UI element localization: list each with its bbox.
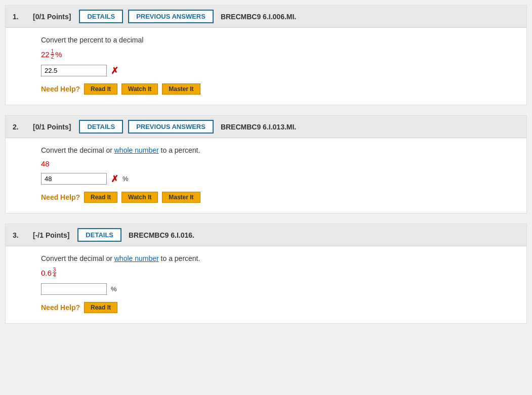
points-label-2: [0/1 Points] — [33, 123, 71, 131]
question-code-1: BRECMBC9 6.I.006.MI. — [221, 13, 296, 21]
need-help-row-1: Need Help? Read It Watch It Master It — [41, 83, 516, 95]
points-label-3: [-/1 Points] — [33, 231, 69, 239]
master-it-button-2[interactable]: Master It — [162, 192, 200, 203]
read-it-button-1[interactable]: Read It — [84, 83, 117, 95]
watch-it-button-2[interactable]: Watch It — [121, 192, 158, 203]
answer-input-3[interactable] — [41, 283, 107, 295]
question-text-2: Convert the decimal or whole number to a… — [41, 146, 516, 154]
question-block-3: 3. [-/1 Points] DETAILS BRECMBC9 6.I.016… — [5, 224, 527, 324]
question-body-1: Convert the percent to a decimal 2212% ✗… — [6, 28, 526, 105]
need-help-row-3: Need Help? Read It — [41, 302, 516, 313]
details-button-2[interactable]: DETAILS — [79, 120, 123, 134]
question-number-2: 2. — [13, 123, 28, 131]
answer-row-1: ✗ — [41, 65, 516, 76]
need-help-row-2: Need Help? Read It Watch It Master It — [41, 192, 516, 203]
answer-input-2[interactable] — [41, 173, 107, 185]
details-button-1[interactable]: DETAILS — [79, 10, 123, 23]
need-help-label-3: Need Help? — [41, 303, 80, 312]
math-expression-1: 2212% — [41, 49, 516, 60]
answer-row-3: % — [41, 283, 516, 295]
question-block-2: 2. [0/1 Points] DETAILS PREVIOUS ANSWERS… — [5, 115, 527, 213]
question-header-3: 3. [-/1 Points] DETAILS BRECMBC9 6.I.016… — [6, 224, 526, 246]
percent-label-2: % — [122, 175, 129, 183]
question-number-3: 3. — [13, 231, 28, 239]
whole-number-link-2: whole number — [114, 146, 159, 154]
points-label-1: [0/1 Points] — [33, 13, 71, 21]
question-number-1: 1. — [13, 13, 28, 21]
wrong-mark-1: ✗ — [111, 65, 118, 76]
watch-it-button-1[interactable]: Watch It — [121, 83, 158, 95]
math-expression-2: 48 — [41, 159, 516, 168]
wrong-mark-2: ✗ — [111, 173, 118, 185]
answer-input-1[interactable] — [41, 65, 107, 76]
math-expression-3: 0.634 — [41, 268, 516, 278]
details-button-3[interactable]: DETAILS — [77, 228, 121, 242]
whole-number-link-3: whole number — [114, 254, 159, 262]
percent-label-3: % — [111, 285, 117, 293]
answer-row-2: ✗ % — [41, 173, 516, 185]
page-container: 1. [0/1 Points] DETAILS PREVIOUS ANSWERS… — [0, 0, 532, 339]
prev-answers-button-2[interactable]: PREVIOUS ANSWERS — [128, 120, 214, 134]
question-block-1: 1. [0/1 Points] DETAILS PREVIOUS ANSWERS… — [5, 5, 527, 105]
question-code-2: BRECMBC9 6.I.013.MI. — [221, 123, 296, 131]
question-body-2: Convert the decimal or whole number to a… — [6, 138, 526, 213]
question-text-1: Convert the percent to a decimal — [41, 36, 516, 44]
question-body-3: Convert the decimal or whole number to a… — [6, 246, 526, 323]
read-it-button-2[interactable]: Read It — [84, 192, 117, 203]
question-text-3: Convert the decimal or whole number to a… — [41, 254, 516, 262]
read-it-button-3[interactable]: Read It — [84, 302, 117, 313]
question-code-3: BRECMBC9 6.I.016. — [129, 231, 194, 239]
question-header-1: 1. [0/1 Points] DETAILS PREVIOUS ANSWERS… — [6, 6, 526, 28]
prev-answers-button-1[interactable]: PREVIOUS ANSWERS — [128, 10, 214, 23]
need-help-label-2: Need Help? — [41, 193, 80, 201]
need-help-label-1: Need Help? — [41, 85, 80, 93]
master-it-button-1[interactable]: Master It — [162, 83, 200, 95]
question-header-2: 2. [0/1 Points] DETAILS PREVIOUS ANSWERS… — [6, 116, 526, 138]
